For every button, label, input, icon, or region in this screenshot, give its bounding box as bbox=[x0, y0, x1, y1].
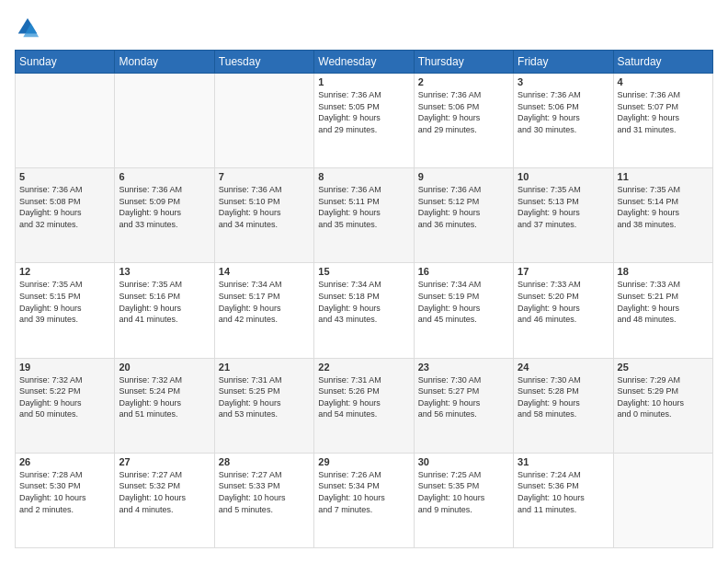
calendar-header-row: SundayMondayTuesdayWednesdayThursdayFrid… bbox=[16, 51, 713, 74]
calendar-cell: 15Sunrise: 7:34 AM Sunset: 5:18 PM Dayli… bbox=[314, 263, 414, 358]
calendar-cell: 12Sunrise: 7:35 AM Sunset: 5:15 PM Dayli… bbox=[16, 263, 115, 358]
calendar-cell: 1Sunrise: 7:36 AM Sunset: 5:05 PM Daylig… bbox=[314, 74, 414, 168]
calendar-cell: 28Sunrise: 7:27 AM Sunset: 5:33 PM Dayli… bbox=[214, 453, 313, 547]
day-number: 10 bbox=[518, 171, 609, 182]
day-number: 24 bbox=[518, 362, 609, 373]
day-number: 2 bbox=[418, 76, 509, 87]
day-number: 11 bbox=[618, 171, 709, 182]
day-number: 15 bbox=[318, 266, 409, 277]
day-info: Sunrise: 7:33 AM Sunset: 5:21 PM Dayligh… bbox=[618, 279, 709, 325]
calendar-week-3: 12Sunrise: 7:35 AM Sunset: 5:15 PM Dayli… bbox=[16, 263, 713, 358]
day-info: Sunrise: 7:28 AM Sunset: 5:30 PM Dayligh… bbox=[19, 469, 110, 515]
calendar-cell bbox=[214, 74, 313, 168]
day-number: 27 bbox=[119, 456, 210, 467]
calendar-cell: 29Sunrise: 7:26 AM Sunset: 5:34 PM Dayli… bbox=[314, 453, 414, 547]
day-info: Sunrise: 7:35 AM Sunset: 5:14 PM Dayligh… bbox=[618, 184, 709, 230]
day-info: Sunrise: 7:35 AM Sunset: 5:16 PM Dayligh… bbox=[119, 279, 210, 325]
calendar-cell: 30Sunrise: 7:25 AM Sunset: 5:35 PM Dayli… bbox=[414, 453, 513, 547]
day-number: 3 bbox=[518, 76, 609, 87]
day-info: Sunrise: 7:27 AM Sunset: 5:32 PM Dayligh… bbox=[119, 469, 210, 515]
day-info: Sunrise: 7:24 AM Sunset: 5:36 PM Dayligh… bbox=[518, 469, 609, 515]
day-number: 13 bbox=[119, 266, 210, 277]
day-number: 31 bbox=[518, 456, 609, 467]
day-info: Sunrise: 7:31 AM Sunset: 5:25 PM Dayligh… bbox=[219, 374, 310, 420]
day-info: Sunrise: 7:31 AM Sunset: 5:26 PM Dayligh… bbox=[318, 374, 409, 420]
day-number: 21 bbox=[219, 362, 310, 373]
calendar-table: SundayMondayTuesdayWednesdayThursdayFrid… bbox=[15, 50, 713, 548]
calendar-cell: 31Sunrise: 7:24 AM Sunset: 5:36 PM Dayli… bbox=[514, 453, 613, 547]
day-info: Sunrise: 7:36 AM Sunset: 5:06 PM Dayligh… bbox=[518, 89, 609, 135]
weekday-header-wednesday: Wednesday bbox=[314, 51, 414, 74]
day-number: 17 bbox=[518, 266, 609, 277]
calendar-cell: 6Sunrise: 7:36 AM Sunset: 5:09 PM Daylig… bbox=[115, 168, 214, 263]
calendar-cell: 2Sunrise: 7:36 AM Sunset: 5:06 PM Daylig… bbox=[414, 74, 513, 168]
day-number: 28 bbox=[219, 456, 310, 467]
weekday-header-thursday: Thursday bbox=[414, 51, 513, 74]
calendar-cell: 20Sunrise: 7:32 AM Sunset: 5:24 PM Dayli… bbox=[115, 358, 214, 453]
calendar-cell: 14Sunrise: 7:34 AM Sunset: 5:17 PM Dayli… bbox=[214, 263, 313, 358]
calendar-cell: 19Sunrise: 7:32 AM Sunset: 5:22 PM Dayli… bbox=[16, 358, 115, 453]
calendar-cell: 21Sunrise: 7:31 AM Sunset: 5:25 PM Dayli… bbox=[214, 358, 313, 453]
header bbox=[15, 15, 713, 40]
calendar-cell: 5Sunrise: 7:36 AM Sunset: 5:08 PM Daylig… bbox=[16, 168, 115, 263]
calendar-cell: 4Sunrise: 7:36 AM Sunset: 5:07 PM Daylig… bbox=[613, 74, 712, 168]
calendar-cell bbox=[16, 74, 115, 168]
calendar-cell: 16Sunrise: 7:34 AM Sunset: 5:19 PM Dayli… bbox=[414, 263, 513, 358]
day-info: Sunrise: 7:36 AM Sunset: 5:05 PM Dayligh… bbox=[318, 89, 409, 135]
day-info: Sunrise: 7:33 AM Sunset: 5:20 PM Dayligh… bbox=[518, 279, 609, 325]
day-number: 14 bbox=[219, 266, 310, 277]
calendar-cell: 11Sunrise: 7:35 AM Sunset: 5:14 PM Dayli… bbox=[613, 168, 712, 263]
day-info: Sunrise: 7:26 AM Sunset: 5:34 PM Dayligh… bbox=[318, 469, 409, 515]
calendar-cell: 23Sunrise: 7:30 AM Sunset: 5:27 PM Dayli… bbox=[414, 358, 513, 453]
calendar-cell: 17Sunrise: 7:33 AM Sunset: 5:20 PM Dayli… bbox=[514, 263, 613, 358]
day-number: 1 bbox=[318, 76, 409, 87]
calendar-cell: 7Sunrise: 7:36 AM Sunset: 5:10 PM Daylig… bbox=[214, 168, 313, 263]
day-info: Sunrise: 7:30 AM Sunset: 5:28 PM Dayligh… bbox=[518, 374, 609, 420]
day-info: Sunrise: 7:34 AM Sunset: 5:17 PM Dayligh… bbox=[219, 279, 310, 325]
calendar-cell: 10Sunrise: 7:35 AM Sunset: 5:13 PM Dayli… bbox=[514, 168, 613, 263]
day-info: Sunrise: 7:29 AM Sunset: 5:29 PM Dayligh… bbox=[618, 374, 709, 420]
calendar-cell: 25Sunrise: 7:29 AM Sunset: 5:29 PM Dayli… bbox=[613, 358, 712, 453]
calendar-cell: 18Sunrise: 7:33 AM Sunset: 5:21 PM Dayli… bbox=[613, 263, 712, 358]
day-info: Sunrise: 7:36 AM Sunset: 5:06 PM Dayligh… bbox=[418, 89, 509, 135]
calendar-cell: 9Sunrise: 7:36 AM Sunset: 5:12 PM Daylig… bbox=[414, 168, 513, 263]
day-info: Sunrise: 7:35 AM Sunset: 5:13 PM Dayligh… bbox=[518, 184, 609, 230]
day-info: Sunrise: 7:36 AM Sunset: 5:12 PM Dayligh… bbox=[418, 184, 509, 230]
day-info: Sunrise: 7:32 AM Sunset: 5:24 PM Dayligh… bbox=[119, 374, 210, 420]
day-info: Sunrise: 7:36 AM Sunset: 5:11 PM Dayligh… bbox=[318, 184, 409, 230]
calendar-week-4: 19Sunrise: 7:32 AM Sunset: 5:22 PM Dayli… bbox=[16, 358, 713, 453]
weekday-header-tuesday: Tuesday bbox=[214, 51, 313, 74]
calendar-cell: 24Sunrise: 7:30 AM Sunset: 5:28 PM Dayli… bbox=[514, 358, 613, 453]
calendar-cell bbox=[613, 453, 712, 547]
calendar-cell: 27Sunrise: 7:27 AM Sunset: 5:32 PM Dayli… bbox=[115, 453, 214, 547]
calendar-week-5: 26Sunrise: 7:28 AM Sunset: 5:30 PM Dayli… bbox=[16, 453, 713, 547]
day-info: Sunrise: 7:32 AM Sunset: 5:22 PM Dayligh… bbox=[19, 374, 110, 420]
calendar-week-2: 5Sunrise: 7:36 AM Sunset: 5:08 PM Daylig… bbox=[16, 168, 713, 263]
calendar-cell bbox=[115, 74, 214, 168]
calendar-cell: 3Sunrise: 7:36 AM Sunset: 5:06 PM Daylig… bbox=[514, 74, 613, 168]
day-number: 4 bbox=[618, 76, 709, 87]
calendar-cell: 8Sunrise: 7:36 AM Sunset: 5:11 PM Daylig… bbox=[314, 168, 414, 263]
day-number: 29 bbox=[318, 456, 409, 467]
day-info: Sunrise: 7:36 AM Sunset: 5:09 PM Dayligh… bbox=[119, 184, 210, 230]
day-info: Sunrise: 7:25 AM Sunset: 5:35 PM Dayligh… bbox=[418, 469, 509, 515]
day-info: Sunrise: 7:27 AM Sunset: 5:33 PM Dayligh… bbox=[219, 469, 310, 515]
weekday-header-friday: Friday bbox=[514, 51, 613, 74]
day-number: 25 bbox=[618, 362, 709, 373]
day-number: 12 bbox=[19, 266, 110, 277]
day-info: Sunrise: 7:35 AM Sunset: 5:15 PM Dayligh… bbox=[19, 279, 110, 325]
logo bbox=[15, 15, 44, 40]
calendar-week-1: 1Sunrise: 7:36 AM Sunset: 5:05 PM Daylig… bbox=[16, 74, 713, 168]
day-number: 18 bbox=[618, 266, 709, 277]
day-info: Sunrise: 7:30 AM Sunset: 5:27 PM Dayligh… bbox=[418, 374, 509, 420]
calendar-cell: 13Sunrise: 7:35 AM Sunset: 5:16 PM Dayli… bbox=[115, 263, 214, 358]
day-info: Sunrise: 7:36 AM Sunset: 5:07 PM Dayligh… bbox=[618, 89, 709, 135]
day-number: 16 bbox=[418, 266, 509, 277]
logo-icon bbox=[15, 15, 40, 40]
day-number: 6 bbox=[119, 171, 210, 182]
day-info: Sunrise: 7:34 AM Sunset: 5:18 PM Dayligh… bbox=[318, 279, 409, 325]
day-number: 20 bbox=[119, 362, 210, 373]
day-number: 30 bbox=[418, 456, 509, 467]
day-number: 26 bbox=[19, 456, 110, 467]
day-number: 7 bbox=[219, 171, 310, 182]
